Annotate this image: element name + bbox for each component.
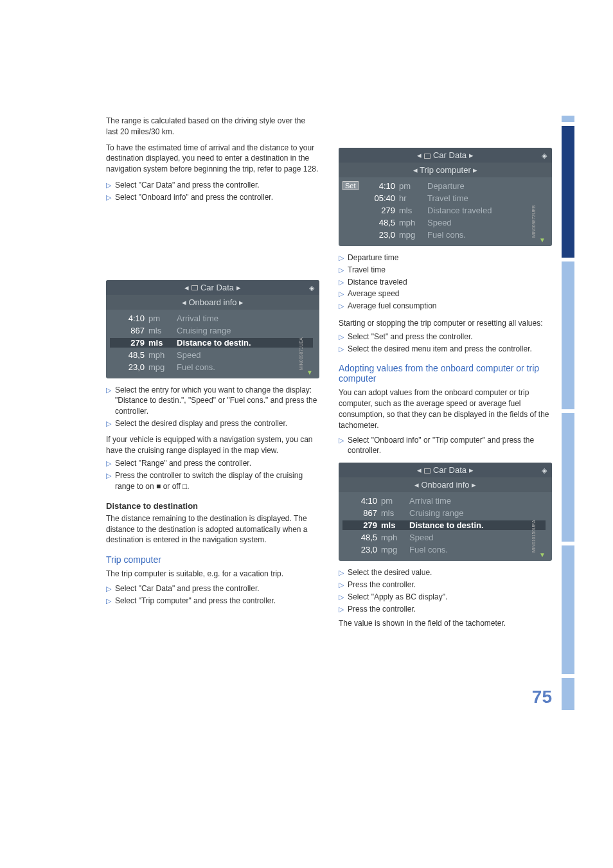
figure-code: MIN009872UEB (531, 205, 536, 238)
menu-row[interactable]: 279mlsDistance to destin. (110, 337, 313, 349)
row-value: 05:40 (360, 193, 399, 203)
chevron-right-icon: ▷ (339, 605, 344, 614)
menu-row[interactable]: 23,0mpgFuel cons. (342, 544, 546, 556)
page-number: 75 (532, 687, 552, 707)
row-unit: mls (148, 338, 174, 348)
row-label: Distance to destin. (174, 338, 313, 348)
chevron-right-icon: ▷ (339, 289, 344, 299)
subheading-distance: Distance to destination (106, 501, 319, 511)
row-unit: mph (381, 533, 407, 542)
row-unit: mpg (148, 362, 174, 372)
chevron-right-icon: ▷ (339, 278, 344, 287)
row-unit: mpg (399, 230, 425, 240)
diamond-icon: ◈ (542, 466, 547, 475)
heading-adopt: Adopting values from the onboard compute… (339, 363, 552, 384)
step-text: Select the desired display and press the… (115, 418, 319, 429)
bullet-text: Average fuel consumption (348, 301, 552, 312)
row-unit: mph (399, 218, 425, 227)
menu-row[interactable]: 279mlsDistance to destin. (342, 519, 546, 531)
step-text: Press the controller. (348, 604, 552, 615)
chevron-right-icon: ▷ (106, 193, 111, 202)
row-label: Cruising range (174, 326, 313, 335)
step-text: Press the controller. (348, 580, 552, 590)
menu-row[interactable]: 23,0mpgFuel cons. (110, 361, 313, 373)
row-unit: mph (148, 350, 174, 360)
row-label: Cruising range (407, 508, 546, 518)
row-unit: mls (399, 206, 425, 215)
row-unit: pm (399, 181, 425, 191)
row-value: 4:10 (342, 496, 381, 506)
row-label: Speed (174, 350, 313, 360)
chevron-right-icon: ▷ (339, 265, 344, 275)
step-text: Select "Car Data" and press the controll… (115, 583, 319, 594)
figure-code: MIN010150UEA (531, 520, 536, 553)
distance-text: The distance remaining to the destinatio… (106, 513, 319, 545)
menu-row[interactable]: 48,5mphSpeed (342, 531, 546, 544)
step-text: Select "Onboard info" or "Trip computer"… (348, 435, 552, 457)
row-label: Fuel cons. (407, 545, 546, 554)
chevron-right-icon: ▷ (106, 471, 111, 481)
step-text: Select "Apply as BC display". (348, 592, 552, 603)
left-column: The range is calculated based on the dri… (106, 116, 319, 632)
scroll-down-icon: ▼ (539, 236, 546, 244)
step-text: Select the desired value. (348, 567, 552, 578)
row-label: Fuel cons. (174, 362, 313, 372)
menu-row[interactable]: 05:40hrTravel time (342, 192, 546, 204)
row-value: 279 (110, 338, 148, 348)
row-value: 279 (342, 520, 381, 530)
menu-row[interactable]: 279mlsDistance traveled (342, 204, 546, 217)
row-unit: pm (381, 496, 407, 506)
menu-row[interactable]: 48,5mphSpeed (110, 349, 313, 361)
row-label: Distance to destin. (407, 520, 546, 530)
bullet-text: Travel time (348, 265, 552, 276)
diamond-icon: ◈ (309, 284, 314, 292)
intro-text2: To have the estimated time of arrival an… (106, 143, 319, 175)
intro-text: The range is calculated based on the dri… (106, 116, 319, 137)
chevron-right-icon: ▷ (106, 596, 111, 606)
chevron-right-icon: ▷ (106, 385, 111, 395)
chevron-right-icon: ▷ (339, 301, 344, 311)
chevron-right-icon: ▷ (106, 584, 111, 594)
row-label: Travel time (425, 193, 546, 203)
screen-title: ◂ Car Data ▸ ◈ (106, 280, 319, 295)
row-value: 23,0 (342, 545, 381, 554)
row-value: 867 (342, 508, 381, 518)
chevron-right-icon: ▷ (339, 580, 344, 590)
step-text: Select "Set" and press the controller. (348, 332, 552, 342)
onboard-info-screen-2: ◂ Car Data ▸ ◈ ◂ Onboard info ▸ 4:10pmAr… (339, 463, 552, 561)
cruise-text: If your vehicle is equipped with a navig… (106, 434, 319, 456)
start-stop-text: Starting or stopping the trip computer o… (339, 318, 552, 329)
menu-row[interactable]: 4:10pmDeparture (342, 180, 546, 192)
onboard-info-screen: ◂ Car Data ▸ ◈ ◂ Onboard info ▸ 4:10pmAr… (106, 280, 319, 378)
row-unit: mpg (381, 545, 407, 554)
row-value: 48,5 (110, 350, 148, 360)
screen-subtitle: ◂ Onboard info ▸ (339, 477, 552, 492)
bullet-text: Average speed (348, 288, 552, 299)
bullet-text: Departure time (348, 252, 552, 263)
chevron-right-icon: ▷ (339, 253, 344, 263)
menu-row[interactable]: 48,5mphSpeed (342, 217, 546, 229)
menu-row[interactable]: 4:10pmArrival time (342, 495, 546, 507)
row-value: 279 (360, 206, 399, 215)
screen-title: ◂ Car Data ▸ ◈ (339, 148, 552, 163)
menu-row[interactable]: 23,0mpgFuel cons. (342, 229, 546, 241)
menu-row[interactable]: 4:10pmArrival time (110, 312, 313, 324)
menu-row[interactable]: 867mlsCruising range (342, 507, 546, 519)
step-text: Select "Range" and press the controller. (115, 458, 319, 469)
row-value: 23,0 (110, 362, 148, 372)
figure-code: MIN009871UEA (299, 337, 303, 370)
row-label: Fuel cons. (425, 230, 546, 240)
scroll-down-icon: ▼ (539, 551, 546, 558)
screen-subtitle: ◂ Trip computer ▸ (339, 163, 552, 177)
menu-row[interactable]: 867mlsCruising range (110, 324, 313, 337)
chevron-right-icon: ▷ (339, 436, 344, 445)
row-unit: hr (399, 193, 425, 203)
bullet-text: Distance traveled (348, 277, 552, 288)
set-button[interactable]: Set (342, 181, 359, 190)
screen-title: ◂ Car Data ▸ ◈ (339, 463, 552, 477)
row-unit: pm (148, 314, 174, 323)
row-value: 48,5 (342, 533, 381, 542)
scroll-down-icon: ▼ (306, 369, 313, 376)
side-tab (562, 678, 574, 710)
row-value: 867 (110, 326, 148, 335)
